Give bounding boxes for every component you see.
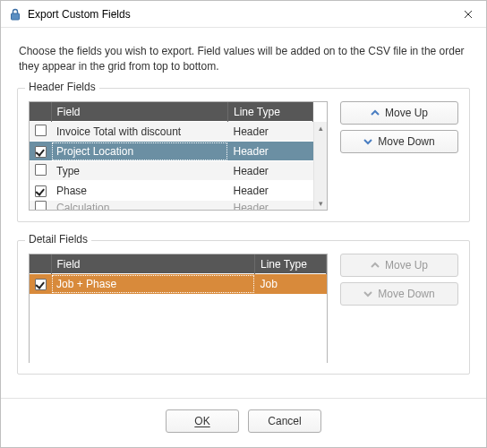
col-linetype[interactable]: Line Type [228,102,313,122]
cell-type: Header [228,142,313,161]
cell-field: Phase [51,181,228,201]
cell-field: Type [51,161,228,181]
row-checkbox[interactable] [35,201,47,210]
col-field[interactable]: Field [51,254,255,274]
row-checkbox[interactable] [35,125,47,136]
cell-type: Job [255,274,327,294]
scroll-down-icon[interactable]: ▾ [314,197,328,210]
title-bar: Export Custom Fields [1,1,486,28]
header-row: Field Line Type [30,102,313,122]
move-down-button: Move Down [340,282,458,306]
move-down-label: Move Down [378,135,434,148]
cell-field: Project Location [51,142,228,161]
scroll-up-icon[interactable]: ▴ [314,122,328,134]
row-checkbox[interactable] [35,146,47,158]
cell-type: Header [228,201,313,210]
chevron-down-icon [363,289,372,298]
window-title: Export Custom Fields [28,8,450,21]
detail-fields-label: Detail Fields [25,233,91,246]
table-row[interactable]: Type Header [30,161,313,181]
svg-rect-0 [12,13,20,20]
detail-buttons: Move Up Move Down [340,254,458,306]
header-fields-table: Field Line Type Invoice Total with disco… [30,102,313,210]
row-checkbox[interactable] [35,164,47,176]
col-field[interactable]: Field [51,102,228,122]
move-up-button: Move Up [340,254,458,277]
close-button[interactable] [450,1,486,28]
dialog-content: Choose the fields you wish to export. Fi… [1,28,486,398]
detail-fields-grid[interactable]: Field Line Type Job + Phase Job [29,254,328,363]
col-linetype[interactable]: Line Type [255,254,327,274]
cancel-button[interactable]: Cancel [248,409,321,433]
header-fields-grid[interactable]: Field Line Type Invoice Total with disco… [29,101,328,211]
move-up-label: Move Up [385,107,428,119]
close-icon [464,10,473,19]
header-buttons: Move Up Move Down [340,101,458,153]
table-row[interactable]: Phase Header [30,181,313,201]
col-checkbox[interactable] [30,102,51,122]
table-row[interactable]: Calculation Header [30,201,313,210]
instructions-text: Choose the fields you wish to export. Fi… [19,44,468,75]
row-checkbox[interactable] [35,185,47,197]
move-up-label: Move Up [385,259,428,271]
detail-fields-table: Field Line Type Job + Phase Job [30,254,327,294]
lock-icon [8,7,22,22]
header-fields-label: Header Fields [25,81,99,93]
detail-fields-group: Detail Fields Field Line Type [17,240,470,375]
header-row: Field Line Type [30,254,327,274]
cell-type: Header [228,181,313,201]
dialog-footer: OK Cancel [1,398,486,445]
chevron-down-icon [363,137,372,146]
chevron-up-icon [371,261,380,270]
scrollbar[interactable]: ▴ ▾ [313,122,327,210]
cell-type: Header [228,122,313,142]
cell-field: Job + Phase [51,274,255,294]
col-checkbox[interactable] [30,254,51,274]
cell-field: Invoice Total with discount [51,122,228,142]
move-up-button[interactable]: Move Up [340,101,458,125]
table-row[interactable]: Project Location Header [30,142,313,161]
move-down-label: Move Down [378,288,434,300]
move-down-button[interactable]: Move Down [340,130,458,153]
chevron-up-icon [371,108,380,117]
cell-type: Header [228,161,313,181]
header-fields-group: Header Fields Field Line Type [17,88,470,222]
table-row[interactable]: Job + Phase Job [30,274,327,294]
table-row[interactable]: Invoice Total with discount Header [30,122,313,142]
grid-empty-area [30,294,327,364]
row-checkbox[interactable] [35,279,47,290]
cell-field: Calculation [51,201,228,210]
ok-button[interactable]: OK [166,409,239,433]
